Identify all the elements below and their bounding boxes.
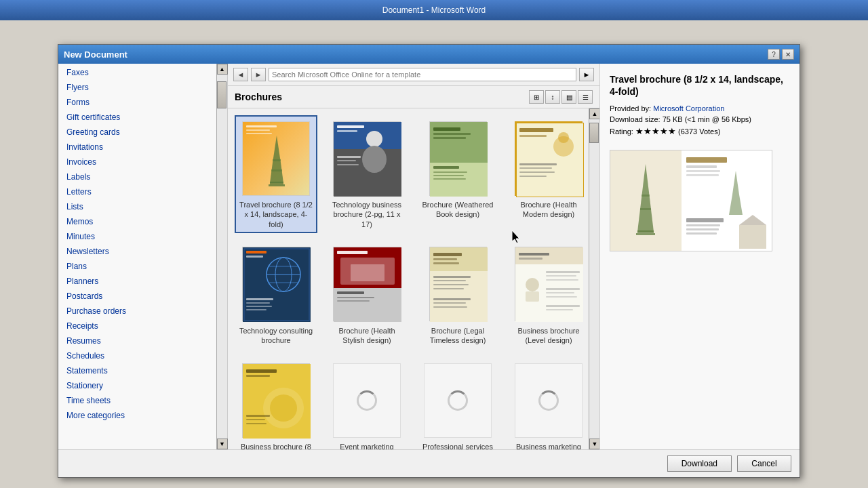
forward-button[interactable]: ► <box>251 68 266 81</box>
sidebar-item-more-categories[interactable]: More categories <box>58 408 216 423</box>
sidebar-scroll-track[interactable] <box>217 75 227 439</box>
svg-rect-64 <box>433 276 471 278</box>
sidebar-item-stationery[interactable]: Stationery <box>58 378 216 393</box>
view-icon-4[interactable]: ☰ <box>578 90 593 104</box>
sidebar-item-schedules[interactable]: Schedules <box>58 348 216 363</box>
svg-rect-109 <box>686 224 720 226</box>
dialog-controls: ? ✕ <box>768 49 794 60</box>
business-level-thumb-bg <box>515 247 583 321</box>
health-modern-thumb-bg <box>515 121 583 196</box>
svg-rect-61 <box>433 253 462 256</box>
sidebar-item-resumes[interactable]: Resumes <box>58 333 216 348</box>
new-document-dialog: New Document ? ✕ Faxes Flyers Forms Gift… <box>58 44 800 478</box>
sidebar-scroll-down[interactable]: ▼ <box>217 439 228 449</box>
svg-rect-46 <box>246 256 263 258</box>
svg-rect-15 <box>337 130 357 132</box>
svg-rect-91 <box>246 419 265 420</box>
download-button[interactable]: Download <box>667 455 732 472</box>
sidebar-items-list: Faxes Flyers Forms Gift certificates Gre… <box>58 64 216 449</box>
template-item-tech-biz[interactable]: Technology business brochure (2-pg, 11 x… <box>326 115 408 233</box>
view-icon-1[interactable]: ⊞ <box>529 90 544 104</box>
template-thumb-health-stylish <box>330 245 404 323</box>
sidebar-item-purchase-orders[interactable]: Purchase orders <box>58 304 216 319</box>
dialog-title: New Document <box>64 49 127 60</box>
sidebar-item-receipts[interactable]: Receipts <box>58 319 216 333</box>
search-go-button[interactable]: ► <box>579 68 594 81</box>
template-item-travel[interactable]: Travel brochure (8 1/2 x 14, landscape, … <box>235 115 317 233</box>
svg-rect-30 <box>519 128 553 132</box>
view-icon-2[interactable]: ↕ <box>545 90 560 104</box>
health-modern-icon <box>516 123 584 197</box>
template-item-health-stylish[interactable]: Brochure (Health Stylish design) <box>326 241 408 350</box>
help-button[interactable]: ? <box>768 49 780 60</box>
sidebar-item-newsletters[interactable]: Newsletters <box>58 244 216 259</box>
template-item-business-small[interactable]: Business brochure (8 1/2 ... <box>235 357 317 449</box>
right-panel-title: Travel brochure (8 1/2 x 14, landscape, … <box>610 73 790 98</box>
svg-rect-100 <box>642 195 650 197</box>
cancel-button[interactable]: Cancel <box>737 455 791 472</box>
template-label-professional: Professional services <box>422 442 493 449</box>
svg-rect-47 <box>246 298 273 300</box>
sidebar-item-planners[interactable]: Planners <box>58 274 216 289</box>
grid-scroll-down[interactable]: ▼ <box>589 439 599 449</box>
sidebar-item-invoices[interactable]: Invoices <box>58 155 216 169</box>
sidebar-item-memos[interactable]: Memos <box>58 214 216 229</box>
sidebar-scroll-up[interactable]: ▲ <box>217 64 228 75</box>
svg-point-33 <box>558 132 569 143</box>
template-label-health-modern: Brochure (Health Modern design) <box>511 200 586 220</box>
template-item-weathered[interactable]: Brochure (Weathered Book design) <box>416 115 499 233</box>
dialog-content: Faxes Flyers Forms Gift certificates Gre… <box>58 64 800 449</box>
right-panel-provided-by: Provided by: Microsoft Corporation <box>610 104 790 113</box>
sidebar-item-greeting-cards[interactable]: Greeting cards <box>58 125 216 140</box>
svg-rect-7 <box>246 125 277 127</box>
sidebar-item-flyers[interactable]: Flyers <box>58 80 216 95</box>
right-panel-rating: Rating: ★★★★★ (6373 Votes) <box>610 126 790 136</box>
sidebar-item-plans[interactable]: Plans <box>58 259 216 274</box>
template-item-health-modern[interactable]: Brochure (Health Modern design) <box>507 115 589 233</box>
loading-spinner-1 <box>357 390 377 411</box>
svg-rect-36 <box>519 171 555 173</box>
sidebar-item-postcards[interactable]: Postcards <box>58 289 216 304</box>
svg-rect-54 <box>351 264 384 281</box>
view-icon-3[interactable]: ▤ <box>561 90 576 104</box>
template-item-legal[interactable]: Brochure (Legal Timeless design) <box>416 241 499 350</box>
svg-rect-72 <box>515 247 583 264</box>
template-item-tech-consulting[interactable]: Technology consulting brochure <box>235 241 317 350</box>
svg-rect-9 <box>246 133 272 134</box>
svg-rect-24 <box>433 166 459 169</box>
sidebar-item-gift-certificates[interactable]: Gift certificates <box>58 110 216 125</box>
search-input[interactable] <box>269 68 576 81</box>
sidebar-item-lists[interactable]: Lists <box>58 199 216 214</box>
sidebar-item-time-sheets[interactable]: Time sheets <box>58 393 216 408</box>
back-button[interactable]: ◄ <box>233 68 248 81</box>
svg-rect-107 <box>686 174 719 176</box>
download-size-value: 75 KB (<1 min @ 56 Kbps) <box>663 115 751 123</box>
provided-by-value: Microsoft Corporation <box>653 104 724 113</box>
grid-scroll-track[interactable] <box>589 119 599 439</box>
sidebar-item-invitations[interactable]: Invitations <box>58 140 216 155</box>
grid-scroll-up[interactable]: ▲ <box>589 108 599 119</box>
grid-scroll-thumb <box>589 123 599 143</box>
template-item-business-level[interactable]: Business brochure (Level design) <box>507 241 589 350</box>
template-item-business-marketing[interactable]: Business marketing <box>507 357 589 449</box>
main-area: ◄ ► ► Brochures ⊞ ↕ ▤ ☰ <box>228 64 599 449</box>
sidebar-item-forms[interactable]: Forms <box>58 95 216 110</box>
close-button[interactable]: ✕ <box>782 49 794 60</box>
event-marketing-loading <box>333 363 401 438</box>
template-item-event-marketing[interactable]: Event marketing <box>326 357 408 449</box>
template-item-professional[interactable]: Professional services <box>416 357 499 449</box>
sidebar-item-letters[interactable]: Letters <box>58 184 216 199</box>
sidebar-item-faxes[interactable]: Faxes <box>58 65 216 80</box>
sidebar-item-minutes[interactable]: Minutes <box>58 229 216 244</box>
sidebar-item-labels[interactable]: Labels <box>58 169 216 184</box>
svg-rect-23 <box>433 137 466 139</box>
sidebar: Faxes Flyers Forms Gift certificates Gre… <box>58 64 228 449</box>
word-title: Document1 - Microsoft Word <box>382 5 486 15</box>
svg-rect-5 <box>273 159 281 161</box>
svg-rect-84 <box>546 309 573 310</box>
word-titlebar: Document1 - Microsoft Word <box>0 0 868 20</box>
svg-rect-25 <box>433 171 467 173</box>
svg-rect-87 <box>246 375 270 377</box>
template-grid: Travel brochure (8 1/2 x 14, landscape, … <box>235 115 582 449</box>
sidebar-item-statements[interactable]: Statements <box>58 363 216 378</box>
